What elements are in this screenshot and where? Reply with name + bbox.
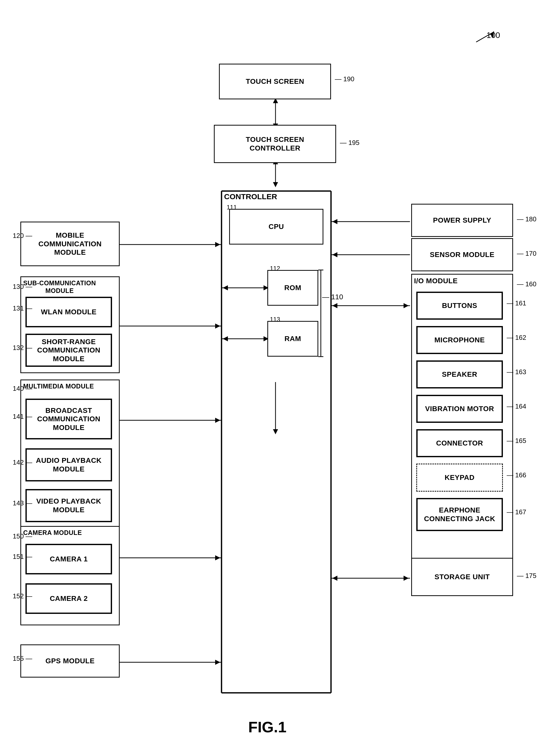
svg-marker-13 (332, 252, 338, 257)
ref-140: 140 — (13, 385, 32, 393)
svg-marker-29 (223, 285, 228, 290)
ref-164: — 164 (507, 402, 526, 410)
audio-playback-box: AUDIO PLAYBACKMODULE (25, 448, 112, 481)
ref-131: 131 — (13, 304, 32, 312)
buttons-box: BUTTONS (416, 292, 503, 320)
ref-165: — 165 (507, 437, 526, 445)
video-playback-box: VIDEO PLAYBACKMODULE (25, 489, 112, 522)
touch-screen-controller-box: TOUCH SCREENCONTROLLER (214, 125, 336, 163)
svg-marker-11 (332, 219, 338, 224)
ref-160: — 160 (517, 280, 536, 288)
svg-marker-27 (215, 660, 220, 665)
ref-132: 132 — (13, 344, 32, 352)
touch-screen-box: TOUCH SCREEN (219, 64, 331, 99)
svg-marker-40 (404, 576, 409, 581)
ref-141: 141 — (13, 413, 32, 421)
ref-150: 150 — (13, 532, 32, 540)
svg-marker-15 (215, 242, 220, 247)
ref-170: — 170 (517, 250, 536, 258)
ref-175: — 175 (517, 572, 536, 580)
svg-marker-32 (223, 336, 228, 341)
diagram: TOUCH SCREEN — 190 TOUCH SCREENCONTROLLE… (0, 0, 551, 756)
ref-111: 111 (226, 204, 237, 211)
ref-166: — 166 (507, 471, 526, 479)
speaker-box: SPEAKER (416, 360, 503, 388)
ref-110: — 110 (322, 293, 343, 301)
broadcast-box: BROADCASTCOMMUNICATIONMODULE (25, 399, 112, 439)
camera1-box: CAMERA 1 (25, 544, 112, 575)
svg-marker-5 (273, 182, 278, 187)
cpu-box: CPU (229, 209, 324, 245)
diagram-ref: 100 (487, 31, 500, 40)
ref-112: 112 (270, 265, 280, 272)
short-range-box: SHORT-RANGECOMMUNICATIONMODULE (25, 334, 112, 367)
rom-box: ROM (267, 270, 318, 306)
svg-marker-38 (332, 303, 338, 308)
svg-marker-24 (215, 555, 220, 560)
ref-151: 151 — (13, 553, 32, 560)
ref-130: 130 — (13, 283, 32, 291)
ref-162: — 162 (507, 334, 526, 342)
fig-label: FIG.1 (204, 718, 331, 736)
ref-120: 120 — (13, 232, 32, 240)
svg-marker-37 (404, 303, 409, 308)
ref-190: — 190 (335, 75, 355, 83)
svg-marker-18 (215, 324, 220, 329)
wlan-box: WLAN MODULE (25, 297, 112, 327)
ref-143: 143 — (13, 499, 32, 507)
ref-161: — 161 (507, 299, 526, 307)
ref-155: 155 — (13, 655, 32, 663)
ref-167: — 167 (507, 508, 526, 516)
svg-marker-41 (332, 576, 338, 581)
gps-box: GPS MODULE (20, 645, 120, 678)
camera2-box: CAMERA 2 (25, 583, 112, 614)
storage-box: STORAGE UNIT (411, 558, 513, 596)
vibration-box: VIBRATION MOTOR (416, 395, 503, 423)
ref-180: — 180 (517, 215, 536, 223)
earphone-box: EARPHONECONNECTING JACK (416, 498, 503, 531)
connector-box: CONNECTOR (416, 429, 503, 457)
sensor-module-box: SENSOR MODULE (411, 238, 513, 271)
ram-box: RAM (267, 321, 318, 357)
svg-marker-35 (273, 429, 278, 434)
ref-163: — 163 (507, 368, 526, 376)
keypad-box: KEYPAD (416, 464, 503, 492)
ref-152: 152 — (13, 592, 32, 600)
ref-195: — 195 (340, 139, 360, 147)
controller-label: CONTROLLER (221, 191, 280, 202)
mobile-comm-box: MOBILECOMMUNICATIONMODULE (20, 222, 120, 266)
power-supply-box: POWER SUPPLY (411, 204, 513, 237)
ref-142: 142 — (13, 458, 32, 466)
ref-113: 113 (270, 316, 280, 323)
svg-marker-21 (215, 418, 220, 423)
microphone-box: MICROPHONE (416, 326, 503, 354)
